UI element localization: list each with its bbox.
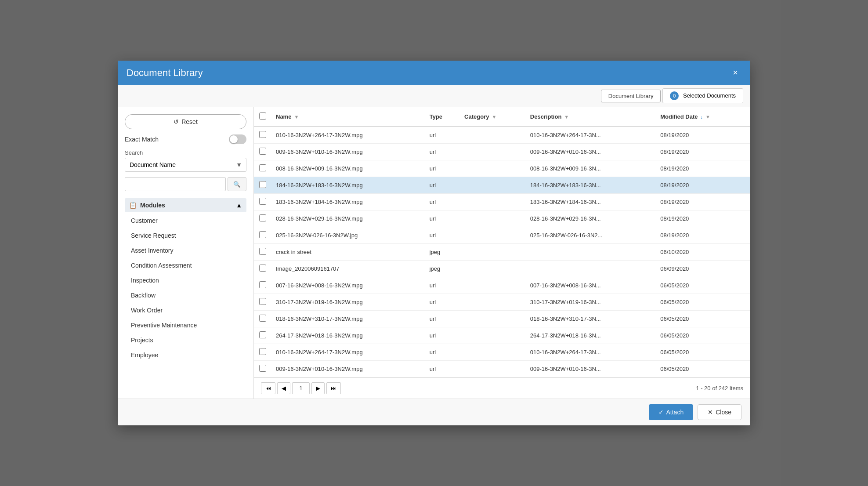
- row-checkbox-cell: [254, 127, 271, 144]
- row-checkbox[interactable]: [259, 298, 266, 305]
- row-category: [460, 361, 526, 377]
- attach-button[interactable]: ✓ Attach: [649, 404, 694, 420]
- th-modified-date: Modified Date ↓ ▼: [656, 107, 750, 127]
- row-checkbox[interactable]: [259, 265, 266, 272]
- row-name: 007-16-3N2W+008-16-3N2W.mpg: [271, 277, 425, 294]
- row-checkbox[interactable]: [259, 248, 266, 255]
- row-checkbox[interactable]: [259, 231, 266, 238]
- row-checkbox-cell: [254, 210, 271, 227]
- table-row[interactable]: 264-17-3N2W+018-16-3N2W.mpg url 264-17-3…: [254, 327, 750, 344]
- row-modified-date: 06/05/2020: [656, 277, 750, 294]
- row-modified-date: 06/05/2020: [656, 344, 750, 361]
- last-page-button[interactable]: ⏭: [326, 382, 341, 394]
- th-description: Description ▼: [526, 107, 656, 127]
- search-input-row: 🔍: [125, 177, 246, 191]
- select-all-checkbox[interactable]: [259, 112, 266, 120]
- row-checkbox[interactable]: [259, 214, 266, 221]
- row-description: 025-16-3N2W-026-16-3N2...: [526, 227, 656, 244]
- row-checkbox[interactable]: [259, 331, 266, 338]
- table-row[interactable]: 183-16-3N2W+184-16-3N2W.mpg url 183-16-3…: [254, 194, 750, 210]
- row-modified-date: 08/19/2020: [656, 227, 750, 244]
- row-name: Image_20200609161707: [271, 261, 425, 277]
- row-category: [460, 344, 526, 361]
- row-type: url: [425, 127, 460, 144]
- sidebar-module-item[interactable]: Customer: [125, 213, 246, 228]
- row-checkbox[interactable]: [259, 348, 266, 355]
- row-checkbox[interactable]: [259, 365, 266, 372]
- row-checkbox[interactable]: [259, 181, 266, 188]
- row-checkbox[interactable]: [259, 315, 266, 322]
- documents-table: Name ▼ Type: [254, 107, 750, 377]
- search-button[interactable]: 🔍: [228, 177, 246, 191]
- table-row[interactable]: 007-16-3N2W+008-16-3N2W.mpg url 007-16-3…: [254, 277, 750, 294]
- sidebar-module-item[interactable]: Employee: [125, 348, 246, 363]
- row-checkbox[interactable]: [259, 198, 266, 205]
- table-row[interactable]: 009-16-3N2W+010-16-3N2W.mpg url 009-16-3…: [254, 144, 750, 160]
- row-type: url: [425, 361, 460, 377]
- row-description: 018-16-3N2W+310-17-3N...: [526, 311, 656, 327]
- table-row[interactable]: 184-16-3N2W+183-16-3N2W.mpg url 184-16-3…: [254, 177, 750, 194]
- th-type-label: Type: [430, 113, 442, 120]
- row-checkbox[interactable]: [259, 281, 266, 288]
- row-category: [460, 127, 526, 144]
- table-row[interactable]: 008-16-3N2W+009-16-3N2W.mpg url 008-16-3…: [254, 160, 750, 177]
- tabs-bar: Document Library 0 Selected Documents: [118, 85, 750, 107]
- table-row[interactable]: 018-16-3N2W+310-17-3N2W.mpg url 018-16-3…: [254, 311, 750, 327]
- row-checkbox[interactable]: [259, 164, 266, 171]
- name-filter-icon[interactable]: ▼: [294, 114, 299, 120]
- reset-button[interactable]: ↺ Reset: [125, 114, 246, 129]
- row-checkbox-cell: [254, 311, 271, 327]
- row-name: 028-16-3N2W+029-16-3N2W.mpg: [271, 210, 425, 227]
- sidebar-module-item[interactable]: Backflow: [125, 288, 246, 303]
- row-name: 310-17-3N2W+019-16-3N2W.mpg: [271, 294, 425, 311]
- row-category: [460, 227, 526, 244]
- row-description: 007-16-3N2W+008-16-3N...: [526, 277, 656, 294]
- row-checkbox-cell: [254, 177, 271, 194]
- page-number-input[interactable]: 1: [292, 382, 310, 394]
- table-row[interactable]: crack in street jpeg 06/10/2020: [254, 244, 750, 261]
- th-category: Category ▼: [460, 107, 526, 127]
- sidebar-module-item[interactable]: Projects: [125, 333, 246, 348]
- table-row[interactable]: 028-16-3N2W+029-16-3N2W.mpg url 028-16-3…: [254, 210, 750, 227]
- table-row[interactable]: 025-16-3N2W-026-16-3N2W.jpg url 025-16-3…: [254, 227, 750, 244]
- sidebar-module-item[interactable]: Inspection: [125, 273, 246, 288]
- description-filter-icon[interactable]: ▼: [564, 114, 569, 120]
- modal-close-button[interactable]: ×: [729, 67, 741, 79]
- prev-page-button[interactable]: ◀: [277, 382, 290, 394]
- row-category: [460, 261, 526, 277]
- close-button[interactable]: ✕ Close: [698, 404, 741, 420]
- table-row[interactable]: 310-17-3N2W+019-16-3N2W.mpg url 310-17-3…: [254, 294, 750, 311]
- row-checkbox-cell: [254, 261, 271, 277]
- modules-header[interactable]: 📋 Modules ▲: [125, 198, 246, 212]
- next-page-button[interactable]: ▶: [311, 382, 325, 394]
- search-by-select[interactable]: Document Name: [125, 158, 246, 172]
- search-input[interactable]: [125, 177, 226, 191]
- row-modified-date: 06/05/2020: [656, 361, 750, 377]
- sidebar-module-item[interactable]: Condition Assessment: [125, 258, 246, 273]
- row-checkbox[interactable]: [259, 148, 266, 155]
- row-category: [460, 194, 526, 210]
- tab-document-library[interactable]: Document Library: [601, 90, 661, 102]
- table-row[interactable]: 010-16-3N2W+264-17-3N2W.mpg url 010-16-3…: [254, 127, 750, 144]
- row-checkbox[interactable]: [259, 131, 266, 138]
- exact-match-toggle[interactable]: [229, 134, 246, 144]
- first-page-button[interactable]: ⏮: [261, 382, 275, 394]
- table-header: Name ▼ Type: [254, 107, 750, 127]
- date-filter-icon[interactable]: ▼: [705, 114, 710, 120]
- row-modified-date: 08/19/2020: [656, 177, 750, 194]
- tab-selected-documents[interactable]: 0 Selected Documents: [662, 88, 743, 103]
- row-checkbox-cell: [254, 244, 271, 261]
- attach-label: Attach: [666, 409, 684, 416]
- table-row[interactable]: 010-16-3N2W+264-17-3N2W.mpg url 010-16-3…: [254, 344, 750, 361]
- search-section: Search Document Name ▼: [125, 149, 246, 172]
- table-body: 010-16-3N2W+264-17-3N2W.mpg url 010-16-3…: [254, 127, 750, 377]
- table-row[interactable]: Image_20200609161707 jpeg 06/09/2020: [254, 261, 750, 277]
- row-name: 025-16-3N2W-026-16-3N2W.jpg: [271, 227, 425, 244]
- sidebar-module-item[interactable]: Service Request: [125, 228, 246, 243]
- category-filter-icon[interactable]: ▼: [492, 114, 496, 120]
- sidebar-module-item[interactable]: Preventive Maintenance: [125, 318, 246, 333]
- sidebar-module-item[interactable]: Work Order: [125, 303, 246, 318]
- sidebar-module-item[interactable]: Asset Inventory: [125, 243, 246, 258]
- date-sort-icon[interactable]: ↓: [701, 114, 703, 120]
- table-row[interactable]: 009-16-3N2W+010-16-3N2W.mpg url 009-16-3…: [254, 361, 750, 377]
